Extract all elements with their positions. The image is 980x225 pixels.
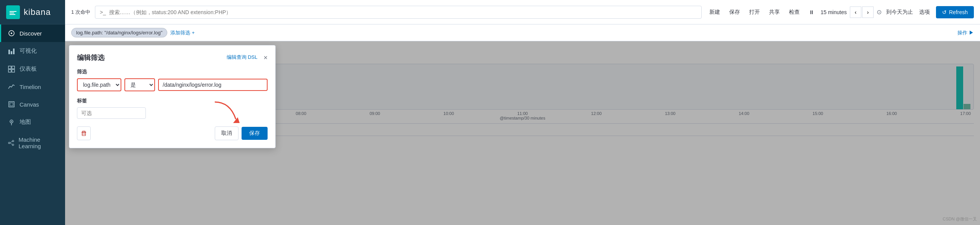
options-button[interactable]: 选项: [916, 7, 933, 17]
filter-section-label: 筛选: [77, 68, 268, 75]
timelion-icon: [7, 83, 16, 90]
close-button[interactable]: ×: [263, 54, 268, 62]
prev-arrow[interactable]: ‹: [850, 6, 861, 18]
value-input[interactable]: [158, 79, 268, 91]
svg-rect-9: [12, 66, 15, 69]
sidebar-item-label: Timelion: [20, 84, 41, 90]
maps-icon: [7, 119, 16, 126]
new-button[interactable]: 新建: [706, 7, 723, 17]
open-button[interactable]: 打开: [746, 7, 763, 17]
modal-overlay: 编辑筛选 编辑查询 DSL × 筛选 log.file.path 是: [65, 41, 980, 225]
hit-counter: 1 次命中: [71, 9, 90, 16]
operator-select[interactable]: 是: [124, 78, 155, 91]
svg-line-20: [10, 143, 12, 144]
next-arrow[interactable]: ›: [862, 6, 874, 18]
add-filter-button[interactable]: 添加筛选 +: [170, 29, 194, 36]
svg-rect-0: [10, 11, 16, 12]
topbar-actions: 新建 保存 打开 共享 检查 ⏸ 15 minutes ‹ › ⊙ 到今天为止 …: [706, 6, 974, 18]
refresh-label: Refresh: [949, 9, 968, 15]
sidebar-item-canvas[interactable]: Canvas: [0, 96, 65, 113]
content-area: 编辑筛选 编辑查询 DSL × 筛选 log.file.path 是: [65, 41, 980, 225]
logo-text: kibana: [24, 7, 51, 17]
sidebar-item-timelion[interactable]: Timelion: [0, 78, 65, 96]
dashboard-icon: [7, 66, 16, 73]
sidebar-item-label: Discover: [20, 30, 42, 37]
svg-point-18: [12, 144, 14, 146]
logo-icon: [6, 5, 20, 19]
svg-point-16: [8, 142, 10, 144]
svg-point-15: [11, 121, 12, 122]
svg-line-19: [10, 141, 12, 143]
svg-rect-11: [12, 70, 15, 72]
canvas-icon: [7, 101, 16, 108]
svg-rect-13: [10, 103, 13, 106]
save-button[interactable]: 保存: [726, 7, 743, 17]
inspect-button[interactable]: 检查: [786, 7, 803, 17]
ml-icon: [7, 139, 15, 146]
dsl-link[interactable]: 编辑查询 DSL: [227, 54, 258, 61]
filter-bar: log.file.path: "/data/nginx/logs/error.l…: [65, 24, 980, 41]
sidebar-item-visualize[interactable]: 可视化: [0, 42, 65, 60]
svg-rect-12: [9, 102, 14, 107]
duration-display: 15 minutes: [820, 9, 846, 15]
svg-rect-2: [10, 14, 15, 15]
svg-rect-1: [10, 13, 14, 13]
field-select[interactable]: log.file.path: [77, 78, 121, 91]
edit-filter-dialog: 编辑筛选 编辑查询 DSL × 筛选 log.file.path 是: [69, 45, 276, 148]
compass-icon: [7, 30, 16, 37]
sidebar-item-label: Canvas: [20, 101, 39, 108]
svg-rect-6: [11, 51, 12, 54]
svg-marker-25: [233, 117, 240, 123]
svg-rect-22: [82, 133, 86, 136]
svg-rect-8: [8, 66, 11, 69]
arrow-annotation: [207, 98, 245, 129]
clock-icon: ⊙: [877, 8, 882, 16]
sidebar-item-label: 仪表板: [20, 65, 37, 73]
svg-rect-7: [13, 49, 15, 54]
main-content: 1 次命中 新建 保存 打开 共享 检查 ⏸ 15 minutes ‹ › ⊙ …: [65, 0, 980, 225]
sidebar-item-ml[interactable]: Machine Learning: [0, 131, 65, 155]
nav-arrows: ‹ ›: [850, 6, 874, 18]
svg-rect-5: [8, 50, 10, 54]
sidebar-item-discover[interactable]: Discover: [0, 24, 65, 42]
sidebar-item-label: Machine Learning: [18, 136, 59, 149]
topbar: 1 次命中 新建 保存 打开 共享 检查 ⏸ 15 minutes ‹ › ⊙ …: [65, 0, 980, 24]
svg-point-17: [12, 140, 14, 142]
delete-button[interactable]: [77, 126, 91, 140]
search-input[interactable]: [95, 6, 702, 19]
dialog-footer: 取消 保存: [77, 126, 268, 140]
dialog-title: 编辑筛选: [77, 53, 105, 62]
sidebar-item-maps[interactable]: 地图: [0, 113, 65, 131]
operations-link[interactable]: 操作 ▶: [957, 29, 974, 36]
active-filter-tag[interactable]: log.file.path: "/data/nginx/logs/error.l…: [71, 28, 167, 37]
sidebar-item-label: 可视化: [20, 47, 37, 55]
refresh-icon: ↺: [942, 9, 947, 15]
filter-row: log.file.path 是: [77, 78, 268, 91]
refresh-button[interactable]: ↺ Refresh: [936, 6, 974, 18]
sidebar-item-dashboard[interactable]: 仪表板: [0, 60, 65, 78]
sidebar: kibana Discover 可视化: [0, 0, 65, 225]
save-dialog-button[interactable]: 保存: [242, 127, 268, 140]
share-button[interactable]: 共享: [766, 7, 783, 17]
logo: kibana: [0, 0, 65, 24]
visualize-icon: [7, 48, 16, 55]
svg-point-4: [11, 32, 12, 34]
sidebar-item-label: 地图: [20, 118, 31, 126]
clock-display: 到今天为止: [886, 9, 913, 16]
dialog-header: 编辑筛选 编辑查询 DSL ×: [77, 53, 268, 62]
pause-button[interactable]: ⏸: [806, 8, 817, 17]
tag-input[interactable]: [77, 107, 146, 119]
svg-rect-10: [8, 70, 11, 72]
